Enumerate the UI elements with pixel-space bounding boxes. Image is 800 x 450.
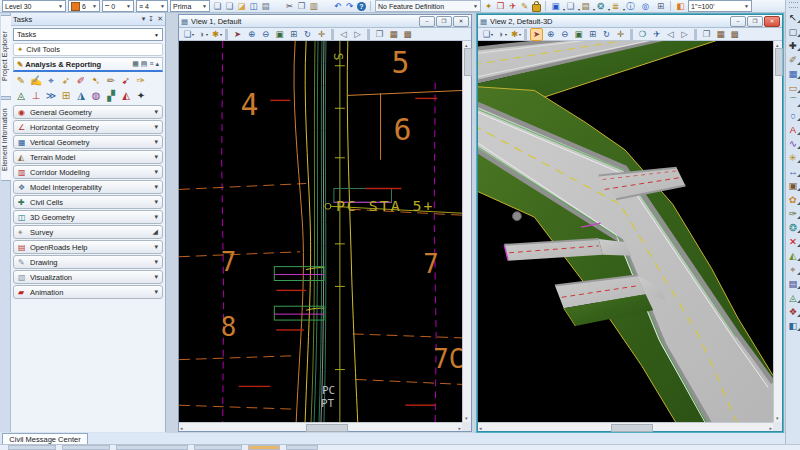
close-button[interactable]: ✕ [764, 16, 780, 27]
analyze-pond-icon[interactable]: ⊞ [59, 89, 73, 102]
analyze-point-icon[interactable]: ◬ [14, 89, 28, 102]
pin-icon[interactable]: ↧ [148, 15, 154, 23]
themes-icon[interactable]: ◍ [89, 89, 103, 102]
restore-button[interactable]: ❐ [747, 16, 763, 27]
survey-tools-icon[interactable]: ⌖ [787, 263, 800, 276]
update-view-icon[interactable]: ➤ [231, 28, 244, 41]
saved-views-icon[interactable]: ❂▾ [595, 1, 606, 12]
map-check-icon[interactable]: ➷ [89, 74, 103, 87]
scroll-left-icon[interactable]: ◂ [479, 424, 482, 432]
scroll-down-icon[interactable]: ▾ [776, 414, 779, 422]
copy-view-icon[interactable]: ❐ [373, 28, 386, 41]
horizontal-report-icon[interactable]: ➹ [119, 74, 133, 87]
terrain-model-icon[interactable]: ◭ [787, 249, 800, 262]
task-section[interactable]: ▰ Animation ▾ [13, 285, 163, 299]
place-ellipse-icon[interactable]: ○ [787, 109, 800, 122]
view-previous-icon[interactable]: ◁ [337, 28, 350, 41]
analyze-between-points-icon[interactable]: ⊥ [29, 89, 43, 102]
drawing-scale-combo[interactable]: 1"=100'▼ [688, 0, 752, 12]
scroll-right-icon[interactable]: ▸ [769, 424, 772, 432]
task-section[interactable]: ▧ Visualization ▾ [13, 270, 163, 284]
dimension-icon[interactable]: ↔ [787, 165, 800, 178]
zoom-out-icon[interactable]: ⊖ [259, 28, 272, 41]
element-selection-icon[interactable]: ↖ [787, 11, 800, 24]
place-spline-icon[interactable]: ∿ [787, 137, 800, 150]
analyze-volume-icon[interactable]: ◮ [74, 89, 88, 102]
close-button[interactable]: ✕ [453, 16, 469, 27]
color-palette-icon[interactable]: ✿ [787, 193, 800, 206]
panel-menu-icon[interactable]: ▾ [142, 15, 146, 23]
task-section[interactable]: ◭ Terrain Model ▾ [13, 150, 163, 164]
view2-titlebar[interactable]: ▦ View 2, Default-3D – ❐ ✕ [478, 15, 782, 28]
pan-view-icon[interactable]: ✛ [614, 28, 627, 41]
vertical-scrollbar[interactable]: ▴▾ [773, 41, 782, 422]
quantities-report-icon[interactable]: ◭ [119, 89, 133, 102]
fit-view-icon[interactable]: ⊞ [287, 28, 300, 41]
primary-tools-combo[interactable]: Prima▼ [170, 0, 210, 12]
corridor-modeling-icon[interactable]: ▤ [787, 277, 800, 290]
named-boundary-icon[interactable]: ✦ [134, 89, 148, 102]
feature-definition-combo[interactable]: No Feature Definition▼ [375, 0, 481, 12]
inverse-points-icon[interactable]: ➶ [59, 74, 73, 87]
redo-icon[interactable]: ↷ [344, 1, 355, 12]
restore-button[interactable]: ❐ [436, 16, 452, 27]
task-section[interactable]: ✚ Civil Cells ▾ [13, 195, 163, 209]
fit-view-icon[interactable]: ⊞ [586, 28, 599, 41]
line-style-combo[interactable]: ╌0▼ [102, 0, 134, 12]
paste-icon[interactable]: ▥ [308, 1, 319, 12]
references-icon[interactable]: ▣▾ [550, 1, 561, 12]
modify-element-icon[interactable]: ✐ [787, 53, 800, 66]
task-section[interactable]: ❖ Model Interoperability ▾ [13, 180, 163, 194]
view1-canvas-2d-plan[interactable]: 4 5 6 7 7 8 7C S PC STA 5+ PC PT [179, 41, 462, 422]
level-manager-icon[interactable]: ≣▾ [610, 1, 621, 12]
lock-icon[interactable] [532, 4, 541, 12]
clip-volume-icon[interactable]: ▦ [387, 28, 400, 41]
save-icon[interactable]: ◫ [248, 1, 259, 12]
minimize-button[interactable]: – [419, 16, 435, 27]
sheets-icon[interactable]: ▤▾ [580, 1, 591, 12]
pan-view-icon[interactable]: ✛ [315, 28, 328, 41]
rotate-view-icon[interactable]: ↻ [301, 28, 314, 41]
window-area-icon[interactable]: ▣ [572, 28, 585, 41]
sep[interactable] [272, 1, 283, 12]
undo-icon[interactable]: ↶ [332, 1, 343, 12]
sep[interactable] [630, 29, 633, 40]
legal-description-icon[interactable]: ✏ [104, 74, 118, 87]
view-attributes-icon[interactable]: ❏▾ [480, 28, 493, 41]
move-copy-icon[interactable]: ✚ [787, 39, 800, 52]
sep[interactable] [694, 29, 697, 40]
sep[interactable] [524, 29, 527, 40]
saved-view-globe-icon[interactable]: ❂ [787, 221, 800, 234]
template-library-icon[interactable]: ❖ [787, 305, 800, 318]
drape-surface-icon[interactable]: ▞ [104, 89, 118, 102]
task-section[interactable]: ▦ Vertical Geometry ▾ [13, 135, 163, 149]
misclosure-report-icon[interactable]: ✐ [74, 74, 88, 87]
view1-titlebar[interactable]: ▦ View 1, Default – ❐ ✕ [179, 15, 471, 28]
view2-canvas-3d-model[interactable] [478, 41, 773, 422]
list-view-icon[interactable]: ▤ [141, 60, 148, 68]
scrollbar-thumb[interactable] [775, 48, 783, 76]
delete-element-icon[interactable]: ✕ [787, 235, 800, 248]
clip-mask-icon[interactable]: ▩ [728, 28, 741, 41]
adjust-view-icon[interactable]: ✱▾ [209, 28, 222, 41]
task-section[interactable]: ∠ Horizontal Geometry ▾ [13, 120, 163, 134]
vertical-report-icon[interactable]: ✑ [134, 74, 148, 87]
print-icon[interactable]: ▤ [260, 1, 271, 12]
new-file-icon[interactable]: ❏ [224, 1, 235, 12]
active-color-combo[interactable]: 6▼ [68, 0, 100, 12]
window-area-icon[interactable]: ▣ [273, 28, 286, 41]
horizontal-scrollbar[interactable]: ◂▸ [478, 422, 773, 431]
task-section[interactable]: ▤ OpenRoads Help ▾ [13, 240, 163, 254]
place-arc-icon[interactable]: ⌒ [787, 95, 800, 108]
key-icon[interactable]: ✦ [483, 1, 494, 12]
task-section[interactable]: ✎ Drawing ▾ [13, 255, 163, 269]
close-icon[interactable]: ✕ [157, 15, 163, 23]
element-info-icon[interactable]: ⓘ [625, 1, 636, 12]
tasks-combo[interactable]: Tasks▼ [13, 28, 163, 41]
help-icon[interactable]: ? [357, 2, 366, 11]
scroll-down-icon[interactable]: ▾ [465, 414, 468, 422]
scroll-right-icon[interactable]: ▸ [458, 424, 461, 432]
view-next-icon[interactable]: ▷ [351, 28, 364, 41]
horizontal-scrollbar[interactable]: ◂▸ [179, 422, 462, 431]
fly-icon[interactable]: ✈ [650, 28, 663, 41]
